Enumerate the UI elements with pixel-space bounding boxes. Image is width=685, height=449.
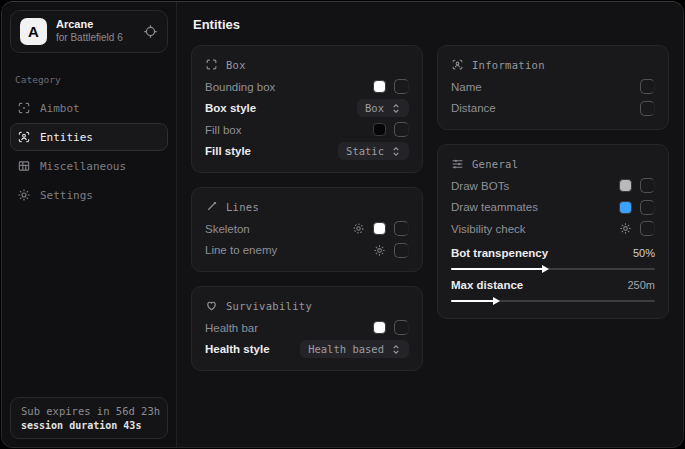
checkbox[interactable] [640,178,655,193]
main-panel: Entities Box Bounding box [177,2,683,447]
setting-row-line-to-enemy: Line to enemy [205,240,409,262]
color-swatch[interactable] [373,321,386,334]
setting-label: Health style [205,343,270,355]
card-title: Information [472,59,545,71]
checkbox[interactable] [394,243,409,258]
color-swatch[interactable] [373,222,386,235]
general-card: General Draw BOTs Draw teammates [437,144,669,319]
color-swatch[interactable] [373,80,386,93]
sidebar: A Arcane for Battlefield 6 Category [2,2,177,447]
checkbox[interactable] [640,200,655,215]
card-title: Lines [226,201,259,213]
checkbox[interactable] [394,122,409,137]
crosshair-icon[interactable] [143,24,158,39]
setting-row-fill-box: Fill box [205,119,409,141]
color-swatch[interactable] [619,179,632,192]
setting-row-fill-style: Fill style Static [205,141,409,163]
sidebar-nav: Aimbot Entities Miscella [2,94,176,210]
dropdown-value: Health based [308,343,384,355]
sidebar-item-entities[interactable]: Entities [10,123,168,151]
gear-icon [17,188,31,202]
app-logo: A [20,18,47,45]
setting-label: Health bar [205,322,258,334]
gear-icon[interactable] [352,222,365,235]
checkbox[interactable] [640,101,655,116]
max-distance-slider-block: Max distance 250m [451,276,655,302]
diagonal-line-icon [205,200,218,213]
setting-label: Fill style [205,145,251,157]
sidebar-item-label: Settings [40,189,93,202]
sliders-icon [451,157,464,170]
setting-label: Distance [451,102,496,114]
sub-expiry-text: Sub expires in 56d 23h [21,405,157,417]
chevron-up-down-icon [391,103,401,114]
box-corners-icon [205,58,218,71]
color-swatch[interactable] [619,201,632,214]
checkbox[interactable] [394,320,409,335]
box-style-dropdown[interactable]: Box [357,99,409,117]
chevron-up-down-icon [391,146,401,157]
page-title: Entities [193,17,669,32]
sidebar-item-label: Miscellaneous [40,160,126,173]
color-swatch[interactable] [373,123,386,136]
card-title: General [472,158,518,170]
setting-label: Skeleton [205,223,250,235]
brand-card: A Arcane for Battlefield 6 [10,10,168,53]
slider-thumb[interactable] [542,265,549,273]
app-subtitle: for Battlefield 6 [56,32,134,45]
sidebar-item-label: Aimbot [40,102,80,115]
category-label: Category [15,74,163,85]
heart-icon [205,299,218,312]
slider-label: Bot transpenency [451,247,548,259]
dropdown-value: Box [365,102,384,114]
app-window: A Arcane for Battlefield 6 Category [1,1,684,448]
setting-row-bounding-box: Bounding box [205,76,409,98]
slider-value: 250m [627,279,655,291]
lines-card: Lines Skeleton [191,187,423,272]
setting-row-visibility-check: Visibility check [451,218,655,240]
setting-row-health-style: Health style Health based [205,339,409,361]
setting-label: Box style [205,102,256,114]
slider-value: 50% [633,247,655,259]
survivability-card: Survivability Health bar Health style He… [191,286,423,371]
checkbox[interactable] [640,221,655,236]
setting-row-health-bar: Health bar [205,317,409,339]
crosshair-icon [17,101,31,115]
setting-label: Line to enemy [205,244,277,256]
grid-icon [17,159,31,173]
box-card: Box Bounding box Box style Box [191,45,423,173]
sidebar-item-settings[interactable]: Settings [10,181,168,209]
bot-transparency-slider-block: Bot transpenency 50% [451,244,655,270]
setting-label: Draw teammates [451,201,538,213]
gear-icon[interactable] [373,244,386,257]
sidebar-item-miscellaneous[interactable]: Miscellaneous [10,152,168,180]
health-style-dropdown[interactable]: Health based [300,340,409,358]
slider-label: Max distance [451,279,523,291]
slider-thumb[interactable] [493,297,500,305]
chevron-up-down-icon [391,344,401,355]
setting-row-skeleton: Skeleton [205,218,409,240]
sidebar-item-aimbot[interactable]: Aimbot [10,94,168,122]
fill-style-dropdown[interactable]: Static [338,142,409,160]
sidebar-item-label: Entities [40,131,93,144]
checkbox[interactable] [394,221,409,236]
gear-icon[interactable] [619,222,632,235]
app-name: Arcane [56,18,134,32]
slider-track[interactable] [451,300,655,302]
setting-label: Draw BOTs [451,180,509,192]
checkbox[interactable] [394,79,409,94]
person-scan-icon [17,130,31,144]
card-title: Box [226,59,246,71]
setting-row-box-style: Box style Box [205,98,409,120]
setting-label: Name [451,81,482,93]
setting-row-distance: Distance [451,98,655,120]
setting-label: Visibility check [451,223,526,235]
setting-row-name: Name [451,76,655,98]
setting-row-draw-bots: Draw BOTs [451,175,655,197]
setting-label: Bounding box [205,81,275,93]
session-duration-text: session duration 43s [21,420,157,431]
information-card: Information Name Distance [437,45,669,130]
checkbox[interactable] [640,79,655,94]
slider-track[interactable] [451,268,655,270]
subscription-info-card: Sub expires in 56d 23h session duration … [10,397,168,439]
